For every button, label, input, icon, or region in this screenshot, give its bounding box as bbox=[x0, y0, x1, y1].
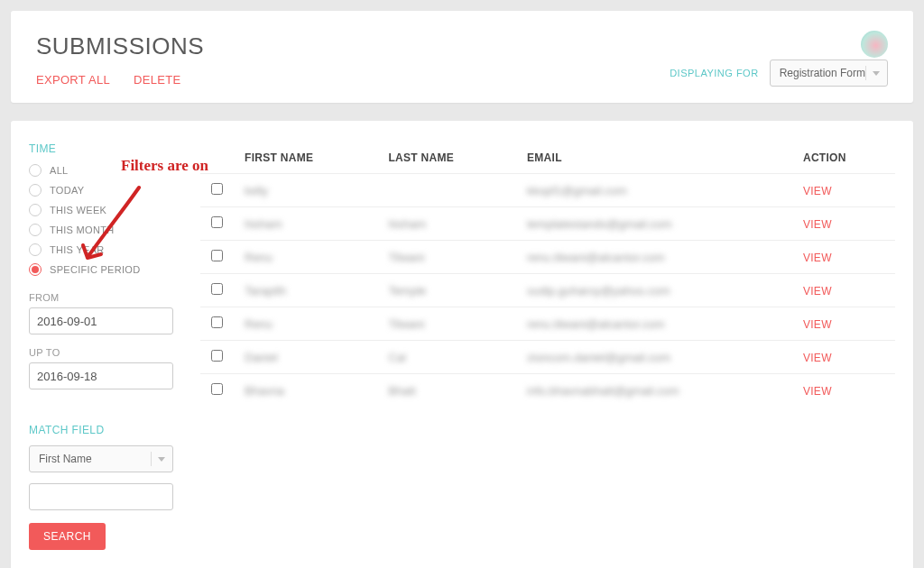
row-checkbox[interactable] bbox=[211, 316, 223, 328]
cell-last-name: Temple bbox=[377, 274, 516, 307]
time-radio-specific-period[interactable]: SPECIFIC PERIOD bbox=[29, 263, 191, 276]
time-section-label: TIME bbox=[29, 142, 191, 155]
column-first-name: FIRST NAME bbox=[234, 142, 377, 174]
cell-email: info.bhavnabhatt@gmail.com bbox=[516, 374, 792, 408]
time-radio-all[interactable]: ALL bbox=[29, 164, 191, 177]
table-row: BhavnaBhattinfo.bhavnabhatt@gmail.comVIE… bbox=[200, 374, 895, 408]
form-select-value: Registration Form bbox=[780, 67, 865, 79]
time-radio-this-month[interactable]: THIS MONTH bbox=[29, 224, 191, 236]
time-radio-this-week[interactable]: THIS WEEK bbox=[29, 204, 191, 216]
cell-email: zioncom.daniel@gmail.com bbox=[516, 341, 792, 374]
from-date-input[interactable] bbox=[29, 307, 173, 334]
search-button[interactable]: SEARCH bbox=[29, 523, 106, 550]
row-checkbox[interactable] bbox=[211, 183, 223, 195]
table-body: kellykkopf1@gmail.comVIEWhishamhishamtem… bbox=[200, 174, 895, 408]
cell-last-name: Bhatt bbox=[377, 374, 516, 408]
radio-icon bbox=[29, 164, 42, 177]
table-row: DanielCalzioncom.daniel@gmail.comVIEW bbox=[200, 341, 895, 374]
time-radio-this-year[interactable]: THIS YEAR bbox=[29, 243, 191, 256]
upto-label: UP TO bbox=[29, 347, 191, 358]
table-row: hishamhishamtemplatestands@gmail.comVIEW bbox=[200, 207, 895, 241]
cell-first-name: Bhavna bbox=[234, 374, 377, 408]
column-action: ACTION bbox=[792, 142, 895, 174]
radio-icon bbox=[29, 263, 42, 276]
view-button[interactable]: VIEW bbox=[803, 218, 832, 231]
cell-last-name: Cal bbox=[377, 341, 516, 374]
radio-icon bbox=[29, 204, 42, 216]
action-cell: VIEW bbox=[792, 274, 895, 307]
header-panel: SUBMISSIONS EXPORT ALL DELETE DISPLAYING… bbox=[11, 11, 913, 103]
cell-email: renu.tilwani@alcantor.com bbox=[516, 241, 792, 274]
radio-label: THIS MONTH bbox=[50, 224, 114, 235]
match-field-select[interactable]: First Name bbox=[29, 445, 173, 472]
match-field-label: MATCH FIELD bbox=[29, 424, 191, 436]
row-checkbox[interactable] bbox=[211, 383, 223, 395]
match-query-input[interactable] bbox=[29, 483, 173, 510]
submissions-table-wrap: FIRST NAME LAST NAME EMAIL ACTION kellyk… bbox=[200, 142, 895, 407]
chevron-down-icon bbox=[865, 66, 880, 80]
cell-first-name: Tarapith bbox=[234, 274, 377, 307]
radio-label: SPECIFIC PERIOD bbox=[50, 264, 140, 275]
radio-icon bbox=[29, 243, 42, 256]
time-radio-list: ALLTODAYTHIS WEEKTHIS MONTHTHIS YEARSPEC… bbox=[29, 164, 191, 276]
cell-last-name: Tilwani bbox=[377, 307, 516, 341]
export-all-button[interactable]: EXPORT ALL bbox=[36, 73, 110, 87]
radio-icon bbox=[29, 184, 42, 197]
time-radio-today[interactable]: TODAY bbox=[29, 184, 191, 197]
cell-first-name: hisham bbox=[234, 207, 377, 241]
action-cell: VIEW bbox=[792, 241, 895, 274]
action-cell: VIEW bbox=[792, 341, 895, 374]
view-button[interactable]: VIEW bbox=[803, 318, 832, 331]
column-last-name: LAST NAME bbox=[377, 142, 516, 174]
radio-label: TODAY bbox=[50, 185, 84, 196]
action-cell: VIEW bbox=[792, 174, 895, 207]
cell-first-name: Renu bbox=[234, 241, 377, 274]
cell-first-name: Daniel bbox=[234, 341, 377, 374]
row-checkbox[interactable] bbox=[211, 283, 223, 295]
radio-label: ALL bbox=[50, 165, 68, 176]
radio-label: THIS YEAR bbox=[50, 244, 105, 255]
view-button[interactable]: VIEW bbox=[803, 185, 832, 197]
view-button[interactable]: VIEW bbox=[803, 252, 832, 264]
cell-last-name bbox=[377, 174, 516, 207]
radio-label: THIS WEEK bbox=[50, 205, 106, 215]
view-button[interactable]: VIEW bbox=[803, 352, 832, 364]
table-row: RenuTilwanirenu.tilwani@alcantor.comVIEW bbox=[200, 307, 895, 341]
match-field-value: First Name bbox=[39, 453, 151, 465]
header-right: DISPLAYING FOR Registration Form bbox=[670, 60, 888, 87]
submissions-table: FIRST NAME LAST NAME EMAIL ACTION kellyk… bbox=[200, 142, 895, 407]
filter-sidebar: TIME ALLTODAYTHIS WEEKTHIS MONTHTHIS YEA… bbox=[29, 142, 191, 550]
table-row: RenuTilwanirenu.tilwani@alcantor.comVIEW bbox=[200, 241, 895, 274]
cell-first-name: kelly bbox=[234, 174, 377, 207]
column-checkbox bbox=[200, 142, 234, 174]
delete-button[interactable]: DELETE bbox=[134, 73, 180, 87]
from-label: FROM bbox=[29, 292, 191, 303]
cell-last-name: hisham bbox=[377, 207, 516, 241]
content-panel: TIME ALLTODAYTHIS WEEKTHIS MONTHTHIS YEA… bbox=[11, 121, 913, 568]
cell-last-name: Tilwani bbox=[377, 241, 516, 274]
cell-email: renu.tilwani@alcantor.com bbox=[516, 307, 792, 341]
page-title: SUBMISSIONS bbox=[36, 32, 888, 60]
table-row: kellykkopf1@gmail.comVIEW bbox=[200, 174, 895, 207]
column-email: EMAIL bbox=[516, 142, 792, 174]
view-button[interactable]: VIEW bbox=[803, 285, 832, 298]
cell-first-name: Renu bbox=[234, 307, 377, 341]
action-cell: VIEW bbox=[792, 307, 895, 341]
upto-date-input[interactable] bbox=[29, 362, 173, 389]
row-checkbox[interactable] bbox=[211, 216, 223, 228]
row-checkbox[interactable] bbox=[211, 350, 223, 362]
chevron-down-icon bbox=[151, 452, 165, 466]
action-cell: VIEW bbox=[792, 374, 895, 408]
view-button[interactable]: VIEW bbox=[803, 385, 832, 398]
cell-email: kkopf1@gmail.com bbox=[516, 174, 792, 207]
displaying-for-label: DISPLAYING FOR bbox=[670, 68, 758, 78]
cell-email: templatestands@gmail.com bbox=[516, 207, 792, 241]
avatar[interactable] bbox=[861, 31, 888, 58]
action-cell: VIEW bbox=[792, 207, 895, 241]
cell-email: sudip.guharoy@yahoo.com bbox=[516, 274, 792, 307]
table-row: TarapithTemplesudip.guharoy@yahoo.comVIE… bbox=[200, 274, 895, 307]
form-select[interactable]: Registration Form bbox=[770, 60, 888, 87]
radio-icon bbox=[29, 224, 42, 236]
row-checkbox[interactable] bbox=[211, 250, 223, 261]
